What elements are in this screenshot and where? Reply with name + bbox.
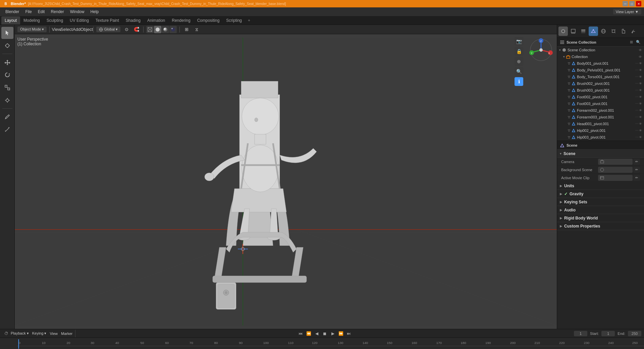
snap-toggle[interactable]: 🧲 — [132, 26, 141, 34]
props-icon-scene[interactable] — [589, 27, 598, 36]
outliner-item-4[interactable]: ▽ Brush003_pivot.001 ⋯👁 — [557, 87, 644, 94]
shading-rendered[interactable] — [169, 26, 177, 33]
props-icon-view-layer[interactable] — [579, 27, 588, 36]
menu-render[interactable]: Render — [48, 9, 66, 15]
outliner-item-5[interactable]: ▽ Foot002_pivot.001 ⋯👁 — [557, 94, 644, 100]
maximize-button[interactable]: □ — [629, 1, 635, 6]
section-keying-sets[interactable]: ▶ Keying Sets — [557, 198, 644, 206]
vp-tool-lock[interactable]: 🔒 — [515, 47, 523, 56]
props-icon-render[interactable] — [558, 27, 568, 36]
vp-tool-search[interactable]: 🔍 — [515, 67, 523, 76]
outliner-search[interactable]: 🔍 — [635, 39, 641, 45]
outliner-item-7[interactable]: ▽ Forearm002_pivot.001 ⋯👁 — [557, 107, 644, 114]
proportional-edit[interactable]: ⊙ — [122, 26, 130, 34]
toolbar-rotate[interactable] — [1, 69, 13, 81]
props-camera-btn[interactable]: ✏ — [633, 159, 640, 165]
jump-to-end[interactable]: ⏭ — [345, 330, 353, 337]
close-button[interactable]: ✕ — [636, 1, 641, 6]
viewport[interactable]: User Perspective (1) Collection X Y Z 📷 … — [15, 34, 557, 329]
toolbar-transform[interactable] — [1, 94, 13, 106]
section-scene[interactable]: ▾ Scene — [557, 150, 644, 158]
playback-menu[interactable]: Playback ▾ — [11, 331, 29, 336]
tab-layout[interactable]: Layout — [1, 16, 20, 24]
shading-wireframe[interactable] — [146, 26, 154, 33]
menu-file[interactable]: File — [22, 9, 34, 15]
jump-to-start[interactable]: ⏮ — [297, 330, 304, 337]
tab-shading[interactable]: Shading — [122, 16, 144, 24]
tab-rendering[interactable]: Rendering — [168, 16, 194, 24]
toolbar-cursor[interactable] — [1, 40, 13, 52]
tab-animation[interactable]: Animation — [144, 16, 168, 24]
outliner-item-9[interactable]: ▽ Head001_pivot.001 ⋯👁 — [557, 120, 644, 127]
outliner-filter[interactable]: ⊞ — [628, 39, 634, 45]
outliner-item-scene-collection[interactable]: ▾ Scene Collection 👁 — [557, 47, 644, 53]
toolbar-annotate[interactable] — [1, 111, 13, 123]
view-menu-timeline[interactable]: View — [50, 332, 58, 336]
keying-menu[interactable]: Keying ▾ — [32, 331, 47, 336]
section-custom-properties[interactable]: ▶ Custom Properties — [557, 222, 644, 230]
start-frame-display[interactable]: 1 — [601, 331, 615, 336]
outliner-item-2[interactable]: ▽ Body_Torso001_pivot.001 ⋯👁 — [557, 73, 644, 80]
tab-modeling[interactable]: Modeling — [20, 16, 43, 24]
timeline-mode-selector[interactable]: ⏱ — [3, 330, 10, 337]
current-frame-display[interactable]: 1 — [574, 331, 587, 336]
props-clip-value[interactable] — [598, 175, 633, 181]
add-workspace-button[interactable]: + — [245, 17, 253, 24]
outliner-item-1[interactable]: ▽ Body_Pelvis001_pivot.001 ⋯👁 — [557, 67, 644, 73]
menu-window[interactable]: Window — [67, 9, 87, 15]
tab-sculpting[interactable]: Sculpting — [43, 16, 66, 24]
props-clip-btn[interactable]: ✏ — [633, 175, 640, 181]
vp-tool-camera[interactable]: 📷 — [515, 37, 523, 46]
outliner-item-6[interactable]: ▽ Foot003_pivot.001 ⋯👁 — [557, 100, 644, 107]
outliner-item-10[interactable]: ▽ Hip002_pivot.001 ⋯👁 — [557, 127, 644, 134]
outliner-item-3[interactable]: ▽ Brush002_pivot.001 ⋯👁 — [557, 80, 644, 87]
shading-material[interactable] — [162, 26, 169, 33]
timeline-track[interactable]: 0 10 20 30 40 50 60 70 80 90 100 110 120… — [0, 338, 644, 349]
stop-playback[interactable]: ◼ — [321, 330, 328, 337]
minimize-button[interactable]: ─ — [623, 1, 628, 6]
props-icon-modifiers[interactable] — [619, 27, 628, 36]
xray-toggle[interactable]: ⧖ — [193, 26, 201, 34]
toolbar-select[interactable] — [1, 27, 13, 39]
menu-edit[interactable]: Edit — [35, 9, 48, 15]
transform-global-selector[interactable]: Global ▾ — [96, 27, 120, 32]
props-icon-output[interactable] — [569, 27, 578, 36]
tab-scripting[interactable]: Scripting — [223, 16, 245, 24]
props-camera-value[interactable] — [598, 159, 633, 165]
navigation-gizmo[interactable]: X Y Z — [529, 38, 553, 62]
add-menu[interactable]: Add — [72, 26, 80, 34]
marker-menu[interactable]: Marker — [61, 332, 72, 336]
select-menu[interactable]: Select — [62, 26, 70, 34]
end-frame-display[interactable]: 250 — [628, 331, 641, 336]
props-background-value[interactable] — [598, 167, 633, 173]
overlay-toggle[interactable]: ⊞ — [182, 26, 191, 34]
props-icon-particles[interactable] — [629, 27, 638, 36]
outliner-item-0[interactable]: ▽ Body001_pivot.001 ⋯ 👁 — [557, 60, 644, 67]
play-forward[interactable]: ▶ — [329, 330, 336, 337]
tab-compositing[interactable]: Compositing — [194, 16, 223, 24]
view-layer-selector[interactable]: View Layer ▼ — [613, 9, 641, 14]
play-reverse[interactable]: ◀ — [313, 330, 320, 337]
menu-help[interactable]: Help — [88, 9, 101, 15]
jump-to-prev-keyframe[interactable]: ⏪ — [305, 330, 312, 337]
outliner-item-8[interactable]: ▽ Forearm003_pivot.001 ⋯👁 — [557, 114, 644, 120]
section-audio[interactable]: ▶ Audio — [557, 206, 644, 214]
toolbar-measure[interactable] — [1, 123, 13, 136]
props-icon-object[interactable] — [609, 27, 618, 36]
view-menu[interactable]: View — [52, 26, 60, 34]
toolbar-move[interactable] — [1, 56, 13, 68]
vp-tool-info[interactable]: ℹ — [515, 77, 523, 86]
props-icon-world[interactable] — [599, 27, 608, 36]
section-gravity[interactable]: ▶ ✓ Gravity — [557, 190, 644, 198]
menu-blender[interactable]: Blender — [3, 9, 22, 15]
jump-to-next-keyframe[interactable]: ⏩ — [337, 330, 344, 337]
toolbar-scale[interactable] — [1, 82, 13, 94]
tab-uv-editing[interactable]: UV Editing — [66, 16, 92, 24]
outliner-item-collection[interactable]: ▾ Collection 👁 — [557, 53, 644, 60]
shading-solid[interactable] — [154, 26, 161, 33]
object-mode-selector[interactable]: Object Mode ▾ — [17, 27, 47, 32]
object-menu[interactable]: Object — [83, 26, 91, 34]
tab-texture-paint[interactable]: Texture Paint — [92, 16, 122, 24]
outliner-item-11[interactable]: ▽ Hip003_pivot.001 ⋯👁 — [557, 134, 644, 141]
vp-tool-cursor[interactable]: ⊕ — [515, 57, 523, 66]
